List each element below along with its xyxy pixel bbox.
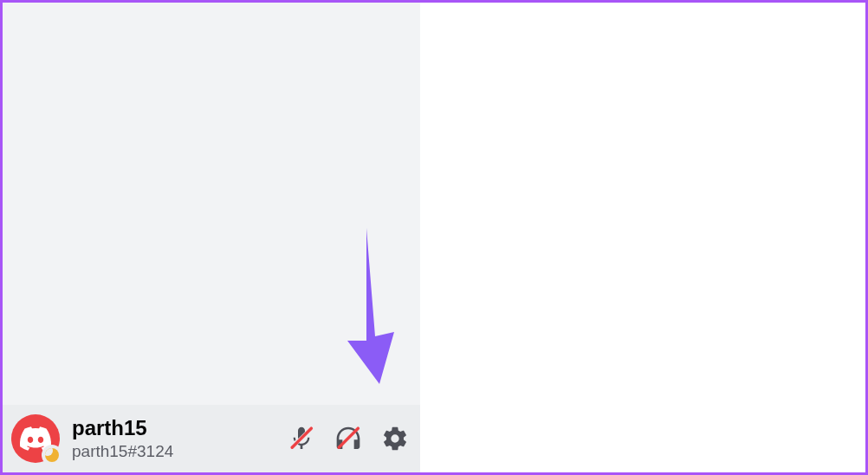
mic-muted-icon: [288, 425, 315, 452]
avatar[interactable]: [11, 414, 60, 463]
main-content-area: [423, 3, 865, 472]
user-tag: parth15#3124: [72, 442, 173, 461]
settings-button[interactable]: [380, 424, 410, 453]
user-controls: [287, 424, 410, 453]
idle-status-icon: [42, 445, 62, 465]
mute-button[interactable]: [287, 424, 316, 453]
sidebar-panel: [3, 3, 420, 472]
username: parth15: [72, 416, 173, 440]
headphones-deafened-icon: [334, 425, 362, 452]
user-panel: parth15 parth15#3124: [3, 405, 420, 472]
gear-icon: [381, 425, 409, 452]
user-info[interactable]: parth15 parth15#3124: [72, 416, 173, 460]
deafen-button[interactable]: [334, 424, 363, 453]
